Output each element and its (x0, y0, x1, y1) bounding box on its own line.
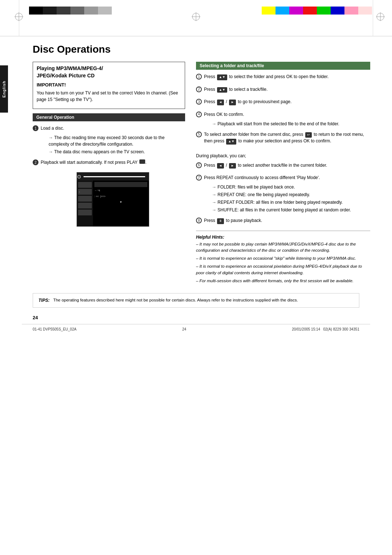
dot-icon: · (79, 198, 79, 200)
right-step4-bullet: Playback will start from the selected fi… (204, 121, 339, 127)
right-step2-number: 2 (196, 86, 202, 92)
screen-image: ⊙ + (77, 172, 149, 227)
right-step1-text: Press ▲▼ to select the folder and press … (204, 73, 328, 80)
footer-right: 20/01/2005 15:14 02(A) 8229 300 34351 (292, 327, 359, 331)
tips-text: The operating features described here mi… (53, 297, 298, 303)
btn-updown3: ▲▼ (226, 139, 236, 145)
arrow-right-label: → *4 (94, 189, 100, 192)
hint3: – It is normal to experience an occasion… (196, 263, 370, 276)
right-bullet3-num: 8 (196, 218, 202, 223)
right-bullet1-text: Press ◄ / ► to select another track/file… (204, 162, 327, 169)
right-step5: 5 To select another folder from the curr… (196, 131, 370, 147)
folder-header: Selecting a folder and track/file (196, 62, 370, 70)
sub4: SHUFFLE: all files in the current folder… (204, 207, 351, 213)
right-step1: 1 Press ▲▼ to select the folder and pres… (196, 73, 370, 83)
btn-pause: ⏸ (217, 218, 224, 224)
btn-up-down: ▲▼ (217, 74, 227, 80)
right-bullet1-num: 6 (196, 162, 202, 168)
color-bar-right (262, 7, 372, 15)
color-block-dark (43, 7, 57, 15)
step2-number: 2 (33, 159, 38, 165)
cb-red (303, 7, 317, 15)
during-playback-label: During playback, you can; (196, 153, 370, 159)
right-bullet3-text: Press ⏸ to pause playback. (204, 217, 262, 224)
sidebar-item-3: · (78, 196, 92, 202)
right-step4-number: 4 (196, 112, 202, 117)
screen-progress (83, 176, 145, 177)
sub2: REPEAT ONE: one file being played repeat… (204, 191, 351, 198)
screen-body: + · (77, 181, 149, 226)
playing-header: Playing MP3/WMA/MPEG-4/JPEG/Kodak Pictur… (37, 65, 181, 79)
right-bullet1: 6 Press ◄ / ► to select another track/fi… (196, 162, 370, 172)
language-label: English (2, 81, 6, 98)
vert-line-left (19, 0, 19, 36)
screen-sidebar: + · (77, 181, 93, 226)
divider (196, 231, 370, 231)
hint2: – It is normal to experience an occasion… (196, 255, 370, 262)
step1-content: Load a disc. The disc reading time may e… (41, 125, 185, 156)
cb-yellow (262, 7, 275, 15)
main-content: English Disc Operations Playing MP3/WMA/… (0, 36, 392, 345)
crosshair-center (191, 12, 201, 23)
sidebar-item-5 (78, 210, 92, 215)
step2-item: 2 Playback will start automatically. If … (33, 159, 185, 169)
general-operation-header: General Operation (33, 113, 185, 121)
color-block-black (29, 7, 43, 15)
hint4: – For multi-session discs with different… (196, 278, 370, 284)
cb-magenta (289, 7, 303, 15)
screen-row-3: : << )==> (94, 194, 147, 199)
step1-bullet2: The data disc menu appears on the TV scr… (41, 149, 185, 155)
hint1: – It may not be possible to play certain… (196, 241, 370, 254)
step1-item: 1 Load a disc. The disc reading time may… (33, 125, 185, 156)
step1-bullet1: The disc reading time may exceed 30 seco… (41, 134, 185, 147)
important-label: IMPORTANT! (37, 82, 181, 88)
page-title: Disc Operations (22, 44, 370, 55)
right-bullet2-text: Press REPEAT continuously to access diff… (204, 174, 351, 181)
step1-number: 1 (33, 125, 38, 131)
footer-left: 01-41 DVP5505S_EU_02A (33, 327, 77, 331)
progress-bar (83, 176, 145, 177)
screen-row-1 (94, 182, 147, 187)
right-step5-text: To select another folder from the curren… (204, 131, 370, 145)
footer: 01-41 DVP5505S_EU_02A 24 20/01/2005 15:1… (22, 324, 370, 334)
screen-main: → *4 : << )==> ▼ (93, 181, 149, 226)
right-step5-number: 5 (196, 131, 202, 137)
crosshair-right (375, 12, 385, 23)
screen-icon: ⊙ (77, 174, 81, 179)
seek-label: : << )==> (94, 195, 106, 198)
step2-text: Playback will start automatically. If no… (41, 159, 146, 166)
right-column: Selecting a folder and track/file 1 Pres… (196, 62, 370, 286)
playing-section-box: Playing MP3/WMA/MPEG-4/JPEG/Kodak Pictur… (33, 62, 185, 109)
right-bullet2: 7 Press REPEAT continuously to access di… (196, 174, 370, 214)
right-step3: 3 Press ◄ / ► to go to previous/next pag… (196, 98, 370, 108)
cb-blue (331, 7, 344, 15)
footer-center: 24 (182, 327, 186, 331)
tips-label: TIPS: (38, 297, 50, 304)
sidebar-item-1 (78, 182, 92, 188)
page: English Disc Operations Playing MP3/WMA/… (0, 0, 392, 555)
sub3: REPEAT FOLDER: all files in one folder b… (204, 199, 351, 206)
right-step3-number: 3 (196, 99, 202, 105)
vert-line-right (373, 0, 373, 36)
screen-container: ⊙ + (41, 172, 185, 227)
screen-top: ⊙ (77, 173, 149, 181)
color-block-lighter (98, 7, 112, 15)
screen-row-2: → *4 (94, 188, 147, 193)
screen-row-4: ▼ (94, 199, 147, 204)
tips-box: TIPS: The operating features described h… (33, 293, 359, 308)
right-step4: 4 Press OK to confirm. Playback will sta… (196, 111, 370, 128)
btn-next: ► (229, 100, 236, 105)
language-tab: English (0, 65, 8, 113)
color-block-lightgray (84, 7, 98, 15)
sub1: FOLDER: files will be played back once. (204, 184, 351, 190)
btn-updown2: ▲▼ (217, 87, 227, 93)
cb-green (317, 7, 331, 15)
right-step4-text: Press OK to confirm. (204, 111, 339, 118)
color-block-gray (70, 7, 84, 15)
step1-text: Load a disc. (41, 125, 185, 131)
right-bullet2-content: Press REPEAT continuously to access diff… (204, 174, 351, 214)
btn-prev: ◄ (217, 100, 224, 105)
right-step1-number: 1 (196, 74, 202, 80)
two-column-layout: Playing MP3/WMA/MPEG-4/JPEG/Kodak Pictur… (22, 62, 370, 286)
important-text: You have to turn on your TV and set to t… (37, 90, 181, 103)
